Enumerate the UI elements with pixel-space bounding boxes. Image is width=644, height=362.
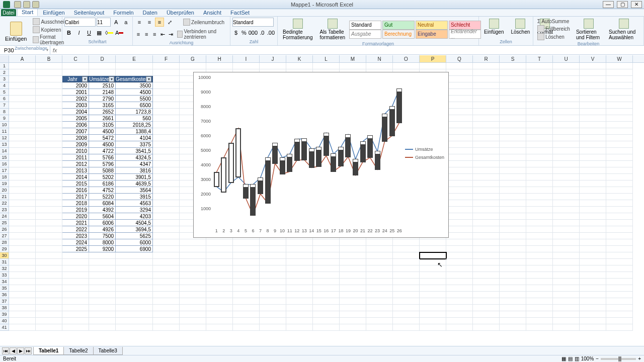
cell-N35[interactable] xyxy=(366,285,393,292)
cell-E4[interactable]: 3500 xyxy=(116,82,153,89)
cell-U17[interactable] xyxy=(553,167,580,174)
cell-E36[interactable] xyxy=(116,292,153,298)
row-header-28[interactable]: 28 xyxy=(0,239,9,246)
cell-M38[interactable] xyxy=(340,305,366,311)
cell-W39[interactable] xyxy=(606,311,633,318)
cell-T27[interactable] xyxy=(526,233,553,239)
maximize-button[interactable]: ▢ xyxy=(617,1,628,8)
cell-G38[interactable] xyxy=(180,305,206,311)
find-select-button[interactable]: Suchen und Auswählen xyxy=(606,18,641,41)
cell-G40[interactable] xyxy=(180,318,206,324)
cell-A14[interactable] xyxy=(9,148,36,154)
cell-V19[interactable] xyxy=(580,180,606,187)
cell-U13[interactable] xyxy=(553,141,580,148)
column-header-P[interactable]: P xyxy=(420,55,446,62)
cell-D41[interactable] xyxy=(89,324,116,331)
column-header-K[interactable]: K xyxy=(286,55,313,62)
row-header-24[interactable]: 24 xyxy=(0,213,9,220)
cell-O34[interactable] xyxy=(393,279,420,285)
cell-Q4[interactable] xyxy=(446,82,473,89)
cell-U33[interactable] xyxy=(553,272,580,279)
cell-B25[interactable] xyxy=(36,220,62,226)
cell-M33[interactable] xyxy=(340,272,366,279)
cell-U14[interactable] xyxy=(553,148,580,154)
column-header-V[interactable]: V xyxy=(580,55,606,62)
cell-Q26[interactable] xyxy=(446,226,473,233)
tab-ansicht[interactable]: Ansicht xyxy=(199,9,225,16)
cell-V12[interactable] xyxy=(580,135,606,141)
cell-N41[interactable] xyxy=(366,324,393,331)
tab-überprüfen[interactable]: Überprüfen xyxy=(163,9,198,16)
cell-W40[interactable] xyxy=(606,318,633,324)
cell-A8[interactable] xyxy=(9,109,36,115)
cell-R30[interactable] xyxy=(473,252,500,259)
cell-O39[interactable] xyxy=(393,311,420,318)
column-header-M[interactable]: M xyxy=(340,55,366,62)
sheet-tab-tabelle1[interactable]: Tabelle1 xyxy=(33,347,64,355)
cell-H31[interactable] xyxy=(206,259,233,265)
cell-T33[interactable] xyxy=(526,272,553,279)
cell-S1[interactable] xyxy=(500,63,526,69)
style-standard[interactable]: Standard xyxy=(349,21,381,30)
undo-icon[interactable] xyxy=(23,1,30,8)
cell-C10[interactable]: 2006 xyxy=(62,122,89,128)
cell-E26[interactable]: 3694,5 xyxy=(116,226,153,233)
cell-B26[interactable] xyxy=(36,226,62,233)
row-header-9[interactable]: 9 xyxy=(0,115,9,122)
cell-W14[interactable] xyxy=(606,148,633,154)
cell-W13[interactable] xyxy=(606,141,633,148)
cell-S8[interactable] xyxy=(500,109,526,115)
cell-U3[interactable] xyxy=(553,76,580,82)
view-break-icon[interactable]: ▥ xyxy=(575,356,579,361)
align-bottom-button[interactable]: ≡ xyxy=(155,18,164,27)
cell-S3[interactable] xyxy=(500,76,526,82)
sheet-tab-tabelle2[interactable]: Tabelle2 xyxy=(63,347,93,355)
cell-D14[interactable]: 4722 xyxy=(89,148,116,154)
cell-M35[interactable] xyxy=(340,285,366,292)
cell-M41[interactable] xyxy=(340,324,366,331)
row-header-8[interactable]: 8 xyxy=(0,109,9,115)
cell-B14[interactable] xyxy=(36,148,62,154)
column-header-N[interactable]: N xyxy=(366,55,393,62)
cell-R22[interactable] xyxy=(473,200,500,207)
cell-A10[interactable] xyxy=(9,122,36,128)
cell-B7[interactable] xyxy=(36,102,62,109)
row-header-29[interactable]: 29 xyxy=(0,246,9,252)
cell-O36[interactable] xyxy=(393,292,420,298)
cell-V11[interactable] xyxy=(580,128,606,135)
cell-E12[interactable]: 4104 xyxy=(116,135,153,141)
cell-T25[interactable] xyxy=(526,220,553,226)
cell-F26[interactable] xyxy=(153,226,180,233)
cell-N34[interactable] xyxy=(366,279,393,285)
cell-L36[interactable] xyxy=(313,292,340,298)
row-header-14[interactable]: 14 xyxy=(0,148,9,154)
cell-E13[interactable]: 3375 xyxy=(116,141,153,148)
cell-B31[interactable] xyxy=(36,259,62,265)
style-ausgabe[interactable]: Ausgabe xyxy=(349,30,381,39)
cell-S41[interactable] xyxy=(500,324,526,331)
cell-W25[interactable] xyxy=(606,220,633,226)
cell-A40[interactable] xyxy=(9,318,36,324)
cell-U15[interactable] xyxy=(553,154,580,161)
align-left-button[interactable]: ≡ xyxy=(135,30,142,39)
cell-W9[interactable] xyxy=(606,115,633,122)
format-as-table-button[interactable]: Als Tabelle formatieren xyxy=(316,18,348,41)
cell-Q29[interactable] xyxy=(446,246,473,252)
cell-W4[interactable] xyxy=(606,82,633,89)
cell-W2[interactable] xyxy=(606,69,633,76)
cell-U12[interactable] xyxy=(553,135,580,141)
delete-cells-button[interactable]: Löschen xyxy=(508,18,533,36)
cell-D26[interactable]: 4926 xyxy=(89,226,116,233)
number-format-select[interactable] xyxy=(232,18,274,27)
cell-R28[interactable] xyxy=(473,239,500,246)
cell-P35[interactable] xyxy=(420,285,446,292)
cell-E1[interactable] xyxy=(116,63,153,69)
cell-D40[interactable] xyxy=(89,318,116,324)
cell-F14[interactable] xyxy=(153,148,180,154)
cell-E28[interactable]: 6000 xyxy=(116,239,153,246)
cell-W1[interactable] xyxy=(606,63,633,69)
cell-U18[interactable] xyxy=(553,174,580,180)
cell-O28[interactable] xyxy=(393,239,420,246)
cell-R23[interactable] xyxy=(473,207,500,213)
cell-M28[interactable] xyxy=(340,239,366,246)
